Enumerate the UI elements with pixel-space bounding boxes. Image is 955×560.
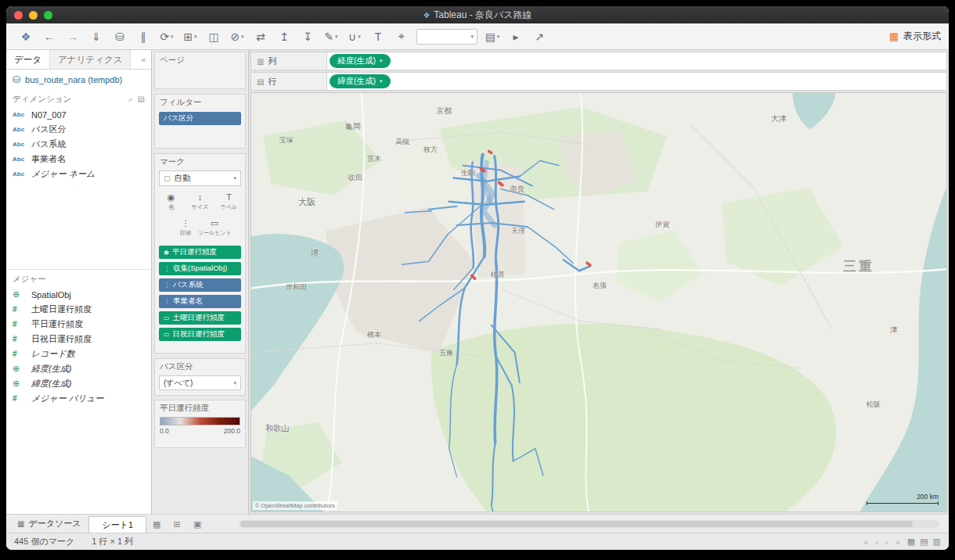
size-button[interactable]: ↕サイズ	[186, 190, 214, 214]
view-options-icon[interactable]: ▤	[138, 95, 145, 104]
measure-field[interactable]: #土曜日運行頻度	[6, 302, 151, 317]
swap-rows-columns-button[interactable]: ⇄	[252, 27, 269, 46]
previous-page-icon[interactable]: ‹	[875, 537, 878, 547]
rows-shelf-body[interactable]: 緯度(生成) ▾	[327, 72, 947, 91]
marks-pill[interactable]: ▭日祝日運行頻度	[159, 328, 241, 341]
measure-field[interactable]: #平日運行頻度	[6, 317, 151, 332]
redo-button-icon: →	[67, 31, 78, 43]
next-page-icon[interactable]: ›	[885, 537, 888, 547]
undo-button[interactable]: ←	[41, 27, 58, 46]
sort-ascending-button[interactable]: ↥	[276, 27, 293, 46]
field-label: メジャー ネーム	[31, 168, 95, 180]
run-update-button[interactable]: ⟳▾	[158, 27, 175, 46]
tab-analytics[interactable]: アナリティクス	[49, 50, 131, 69]
clear-sheet-button[interactable]: ⊘▾	[229, 27, 246, 46]
save-button[interactable]: ⇓	[88, 27, 105, 46]
marks-button-label: ツールヒント	[197, 229, 231, 237]
sheet-tab-1[interactable]: シート1	[88, 516, 146, 533]
dimension-field[interactable]: AbcN07_007	[6, 107, 151, 122]
highlight-button[interactable]: ✎▾	[323, 27, 340, 46]
marks-pill[interactable]: ⋮事業者名	[159, 295, 241, 308]
rows-pill[interactable]: 緯度(生成) ▾	[330, 74, 391, 88]
legend-labels: 0.0 200.0	[155, 427, 245, 439]
columns-label-text: 列	[268, 56, 276, 67]
pause-updates-button[interactable]: ∥	[135, 27, 152, 46]
group-members-button[interactable]: ∪▾	[346, 27, 363, 46]
color-button[interactable]: ◉色	[157, 190, 185, 214]
datasource-tab[interactable]: ▦ データソース	[9, 515, 88, 533]
measure-field[interactable]: #レコード数	[6, 346, 151, 361]
marks-pill[interactable]: ◉平日運行頻度	[159, 246, 241, 259]
collapse-pane-icon[interactable]: «	[135, 50, 151, 69]
list-view-icon[interactable]: ▤	[920, 537, 928, 547]
titlebar[interactable]: ❖ Tableau - 奈良バス路線	[6, 6, 949, 23]
tableau-logo-button[interactable]: ❖	[17, 27, 34, 46]
columns-pill[interactable]: 経度(生成) ▾	[330, 54, 391, 68]
scrollbar-thumb[interactable]	[240, 521, 913, 527]
first-page-icon[interactable]: «	[863, 537, 868, 547]
close-window-button[interactable]	[14, 11, 23, 20]
last-page-icon[interactable]: »	[896, 537, 900, 547]
label-button[interactable]: Tラベル	[215, 190, 243, 214]
find-field-icon[interactable]: ⌕	[128, 95, 133, 104]
text-field-icon: Abc	[13, 141, 31, 148]
measure-field[interactable]: ⊕経度(生成)	[6, 361, 151, 376]
field-label: 土曜日運行頻度	[31, 303, 92, 315]
tooltip-button[interactable]: ▭ツールヒント	[201, 216, 229, 240]
minimize-window-button[interactable]	[29, 11, 38, 20]
datasource-tab-label: データソース	[28, 518, 81, 529]
zoom-window-button[interactable]	[44, 11, 52, 20]
columns-shelf-body[interactable]: 経度(生成) ▾	[327, 52, 947, 70]
dimensions-header: ディメンション ⌕ ▤	[6, 90, 151, 107]
map-view[interactable]: 京都亀岡大津宝塚高槻枚方茨木吹田大阪堺岸和田和歌山橋本生駒奈良天理橿原五條名張伊…	[250, 92, 947, 512]
mark-type-dropdown[interactable]: ▢ 自動 ▾	[159, 171, 241, 186]
new-data-source-button[interactable]: ⛁	[111, 27, 128, 46]
filter-pill[interactable]: バス区分	[159, 112, 241, 125]
marks-pill[interactable]: ▭土曜日運行頻度	[159, 311, 241, 325]
columns-icon: ▥	[257, 57, 264, 66]
new-worksheet-tab-button[interactable]: ▦	[146, 516, 167, 533]
caret-down-icon: ▾	[380, 78, 383, 84]
quick-filter-title: バス区分	[155, 359, 245, 374]
color-legend-card: 平日運行頻度 0.0 200.0	[154, 400, 246, 448]
normal-view-icon[interactable]: ▦	[907, 537, 915, 547]
measure-field[interactable]: ⊕SpatialObj	[6, 287, 151, 302]
tooltip-icon: ▭	[211, 219, 218, 228]
dimension-field[interactable]: Abcメジャー ネーム	[6, 167, 151, 181]
share-button[interactable]: ↗	[531, 27, 548, 46]
dimension-field[interactable]: Abcバス区分	[6, 122, 151, 137]
dimension-field[interactable]: Abcバス系統	[6, 137, 151, 152]
geographic-field-icon: ⊕	[13, 289, 31, 300]
fit-selector[interactable]: ▾	[416, 29, 478, 45]
measure-field[interactable]: ⊕緯度(生成)	[6, 376, 151, 391]
marks-pill[interactable]: ⋮バス系統	[159, 278, 241, 292]
quick-filter-dropdown[interactable]: (すべて) ▾	[159, 375, 241, 390]
tab-data[interactable]: データ	[6, 50, 49, 69]
legend-gradient[interactable]	[160, 417, 240, 425]
new-story-tab-button[interactable]: ▣	[187, 516, 207, 533]
caret-down-icon: ▾	[233, 380, 236, 386]
columns-shelf-label: ▥ 列	[250, 52, 327, 70]
redo-button[interactable]: →	[64, 27, 81, 46]
new-dashboard-tab-button[interactable]: ⊞	[167, 516, 187, 533]
presentation-mode-button[interactable]: ▸	[507, 27, 524, 46]
full-view-icon[interactable]: ▥	[933, 537, 941, 547]
new-worksheet-button[interactable]: ⊞▾	[182, 27, 199, 46]
fix-axes-button[interactable]: ⌖	[393, 27, 410, 46]
sort-descending-button[interactable]: ↧	[299, 27, 316, 46]
show-mark-labels-button[interactable]: T	[369, 27, 387, 46]
color-legend-title: 平日運行頻度	[155, 400, 245, 415]
show-me-button[interactable]: ▦ 表示形式	[889, 30, 941, 43]
pill-label: 緯度(生成)	[337, 76, 376, 87]
marks-pill[interactable]: ⋮収集(SpatialObj)	[159, 262, 241, 275]
datasource-item[interactable]: ⛁ bus_route_nara (tempdb)	[6, 70, 151, 90]
detail-button[interactable]: ⋮詳細	[172, 216, 200, 240]
clear-sheet-button-icon: ⊘	[230, 31, 240, 43]
map-attribution[interactable]: © OpenStreetMap contributors	[253, 501, 337, 510]
measure-field[interactable]: #日祝日運行頻度	[6, 332, 151, 346]
dimension-field[interactable]: Abc事業者名	[6, 152, 151, 167]
measure-field[interactable]: #メジャー バリュー	[6, 391, 151, 406]
duplicate-sheet-button[interactable]: ◫	[205, 27, 222, 46]
show-hide-cards-button[interactable]: ▤▾	[484, 27, 501, 46]
horizontal-scrollbar[interactable]	[239, 520, 939, 528]
